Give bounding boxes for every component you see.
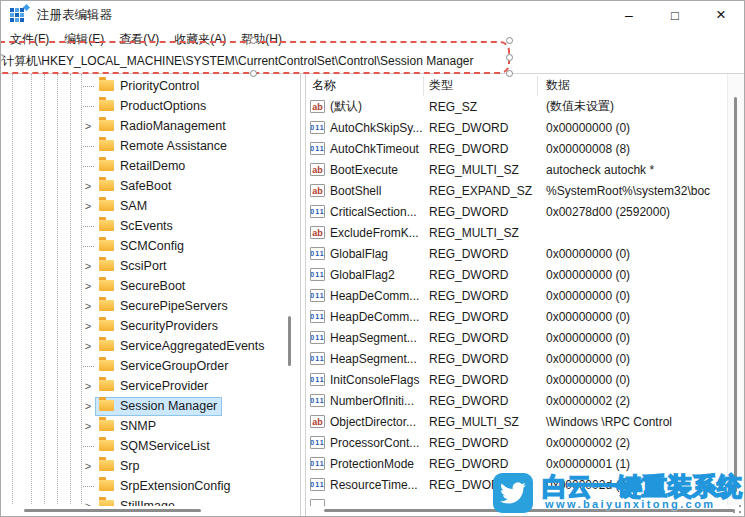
chevron-right-icon[interactable]: > — [81, 320, 95, 332]
tree-node[interactable]: Srp — [95, 457, 144, 476]
chevron-right-icon[interactable]: > — [81, 180, 95, 192]
tree-item[interactable]: > RadioManagement — [1, 116, 300, 136]
registry-value-row[interactable]: 011 ProcessorCont... REG_DWORD 0x0000000… — [306, 432, 744, 453]
value-name-cell[interactable]: ab BootExecute — [306, 163, 424, 177]
tree-node[interactable]: SafeBoot — [95, 177, 176, 196]
tree-item[interactable]: > SecurityProviders — [1, 316, 300, 336]
tree-node[interactable]: SCMConfig — [95, 237, 189, 256]
close-button[interactable]: × — [698, 1, 744, 29]
registry-value-row[interactable]: 011 HeapSegment... REG_DWORD 0x00000000 … — [306, 348, 744, 369]
tree-item[interactable]: SQMServiceList — [1, 436, 300, 456]
tree-node[interactable]: PriorityControl — [95, 77, 204, 96]
tree-item[interactable]: ServiceGroupOrder — [1, 356, 300, 376]
column-header-type[interactable]: 类型 — [424, 76, 538, 96]
menu-item[interactable]: 文件(F) — [10, 31, 49, 48]
value-name-cell[interactable]: 011 CriticalSection... — [306, 205, 424, 219]
menu-item[interactable]: 帮助(H) — [241, 31, 282, 48]
tree-node[interactable]: SNMP — [95, 417, 161, 436]
registry-value-row[interactable]: 011 GlobalFlag REG_DWORD 0x00000000 (0) — [306, 243, 744, 264]
value-name-cell[interactable]: ab ExcludeFromK... — [306, 226, 424, 240]
tree-horizontal-scrollbar-thumb[interactable] — [24, 509, 201, 512]
registry-value-row[interactable]: ab BootExecute REG_MULTI_SZ autocheck au… — [306, 159, 744, 180]
registry-value-row[interactable]: 011 NumberOfIniti... REG_DWORD 0x0000000… — [306, 390, 744, 411]
tree-node[interactable]: ServiceProvider — [95, 377, 213, 396]
chevron-right-icon[interactable]: > — [81, 280, 95, 292]
chevron-right-icon[interactable]: > — [81, 400, 95, 412]
value-name-cell[interactable]: 011 InitConsoleFlags — [306, 373, 424, 387]
registry-value-row[interactable]: 011 HeapDeComm... REG_DWORD 0x00000000 (… — [306, 306, 744, 327]
tree-vertical-scrollbar-thumb[interactable] — [288, 316, 291, 366]
registry-value-row[interactable]: 011 CriticalSection... REG_DWORD 0x00278… — [306, 201, 744, 222]
value-name-cell[interactable]: 011 AutoChkTimeout — [306, 142, 424, 156]
tree-item[interactable]: Remote Assistance — [1, 136, 300, 156]
value-name-cell[interactable]: 011 HeapDeComm... — [306, 289, 424, 303]
value-name-cell[interactable]: ab BootShell — [306, 184, 424, 198]
registry-value-row[interactable]: 011 InitConsoleFlags REG_DWORD 0x0000000… — [306, 369, 744, 390]
registry-value-row[interactable]: 011 ProtectionMode REG_DWORD 0x00000001 … — [306, 453, 744, 474]
tree-node[interactable]: SecurityProviders — [95, 317, 223, 336]
value-name-cell[interactable]: 011 ResourceTime... — [306, 478, 424, 492]
value-name-cell[interactable]: 011 GlobalFlag — [306, 247, 424, 261]
chevron-right-icon[interactable]: > — [81, 380, 95, 392]
chevron-right-icon[interactable]: > — [81, 200, 95, 212]
value-name-cell[interactable]: 011 ProcessorCont... — [306, 436, 424, 450]
tree-node[interactable]: RadioManagement — [95, 117, 231, 136]
value-name-cell[interactable]: 011 ProtectionMode — [306, 457, 424, 471]
tree-node[interactable]: ServiceGroupOrder — [95, 357, 233, 376]
value-name-cell[interactable]: 011 AutoChkSkipSy... — [306, 121, 424, 135]
resize-grip[interactable] — [732, 504, 742, 514]
chevron-right-icon[interactable]: > — [81, 460, 95, 472]
tree-node[interactable]: ScsiPort — [95, 257, 172, 276]
registry-value-row[interactable]: 011 HeapSegment... REG_DWORD 0x00000000 … — [306, 327, 744, 348]
value-name-cell[interactable]: ab ObjectDirector... — [306, 415, 424, 429]
list-vertical-scrollbar-thumb[interactable] — [734, 97, 737, 492]
registry-value-row[interactable]: 011 AutoChkTimeout REG_DWORD 0x00000008 … — [306, 138, 744, 159]
registry-value-row[interactable]: ab BootShell REG_EXPAND_SZ %SystemRoot%\… — [306, 180, 744, 201]
tree-item[interactable]: > ServiceProvider — [1, 376, 300, 396]
registry-value-row[interactable]: 011 GlobalFlag2 REG_DWORD 0x00000000 (0) — [306, 264, 744, 285]
tree-item[interactable]: > Session Manager — [1, 396, 300, 416]
tree-node[interactable]: ScEvents — [95, 217, 178, 236]
tree-item[interactable]: > ScsiPort — [1, 256, 300, 276]
column-header-name[interactable]: 名称 — [306, 76, 424, 96]
tree-item[interactable]: SrpExtensionConfig — [1, 476, 300, 496]
address-input[interactable]: 计算机\HKEY_LOCAL_MACHINE\SYSTEM\CurrentCon… — [2, 53, 474, 70]
tree-node[interactable]: SrpExtensionConfig — [95, 477, 235, 496]
tree-item[interactable]: > SAM — [1, 196, 300, 216]
tree-item[interactable]: ProductOptions — [1, 96, 300, 116]
tree-item[interactable]: > SecureBoot — [1, 276, 300, 296]
value-name-cell[interactable]: ab (默认) — [306, 98, 424, 115]
chevron-right-icon[interactable]: > — [81, 340, 95, 352]
value-name-cell[interactable]: 011 GlobalFlag2 — [306, 268, 424, 282]
value-name-cell[interactable]: 011 HeapSegment... — [306, 352, 424, 366]
registry-value-row[interactable]: 011 AutoChkSkipSy... REG_DWORD 0x0000000… — [306, 117, 744, 138]
tree-item[interactable]: ScEvents — [1, 216, 300, 236]
tree-item[interactable]: > SNMP — [1, 416, 300, 436]
tree-node[interactable]: RetailDemo — [95, 157, 190, 176]
column-header-data[interactable]: 数据 — [538, 76, 744, 96]
tree-node[interactable]: SQMServiceList — [95, 437, 215, 456]
tree-node[interactable]: SecureBoot — [95, 277, 190, 296]
tree-node[interactable]: SAM — [95, 197, 152, 216]
tree-item[interactable]: > Srp — [1, 456, 300, 476]
value-name-cell[interactable]: 011 HeapDeComm... — [306, 310, 424, 324]
registry-value-row[interactable]: ab ObjectDirector... REG_MULTI_SZ \Windo… — [306, 411, 744, 432]
value-name-cell[interactable]: 011 NumberOfIniti... — [306, 394, 424, 408]
chevron-right-icon[interactable]: > — [81, 260, 95, 272]
tree-node[interactable]: Session Manager — [95, 397, 222, 416]
chevron-right-icon[interactable]: > — [81, 120, 95, 132]
chevron-right-icon[interactable]: > — [81, 300, 95, 312]
menu-item[interactable]: 收藏夹(A) — [174, 31, 226, 48]
tree-node[interactable]: SecurePipeServers — [95, 297, 233, 316]
registry-value-row[interactable]: ab (默认) REG_SZ (数值未设置) — [306, 96, 744, 117]
menu-item[interactable]: 编辑(E) — [64, 31, 104, 48]
registry-value-row[interactable]: 011 ResourceTime... REG_DWORD 0x0000002d… — [306, 474, 744, 495]
tree-node[interactable]: ServiceAggregatedEvents — [95, 337, 270, 356]
chevron-right-icon[interactable]: > — [81, 420, 95, 432]
tree-node[interactable]: ProductOptions — [95, 97, 211, 116]
maximize-button[interactable]: □ — [652, 1, 698, 29]
value-name-cell[interactable]: 011 HeapSegment... — [306, 331, 424, 345]
tree-item[interactable]: > SafeBoot — [1, 176, 300, 196]
tree-item[interactable]: SCMConfig — [1, 236, 300, 256]
tree-item[interactable]: > ServiceAggregatedEvents — [1, 336, 300, 356]
